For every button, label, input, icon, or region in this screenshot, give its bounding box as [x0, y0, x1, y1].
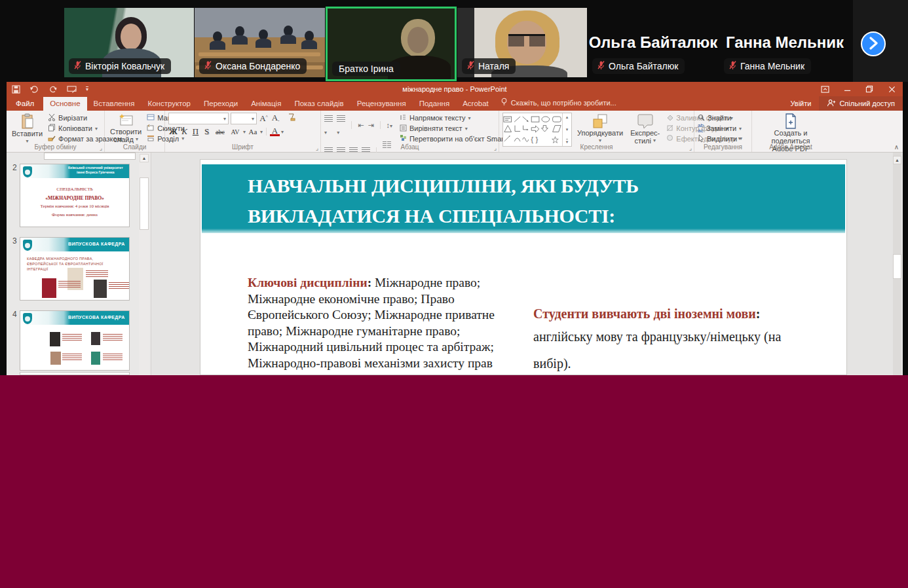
next-participants-button[interactable] — [861, 31, 886, 56]
select-button[interactable]: Виділити ▾ — [698, 134, 742, 144]
tab-review[interactable]: Рецензування — [350, 97, 413, 111]
minimize-icon[interactable] — [836, 82, 858, 96]
sign-in-button[interactable]: Увійти — [782, 100, 819, 107]
dialog-launcher-icon[interactable]: ⌟ — [494, 145, 497, 151]
character-spacing-button[interactable]: AV — [229, 128, 242, 136]
numbering-icon[interactable]: ▾ — [337, 113, 345, 137]
thumbnail-slide-3[interactable]: ВИПУСКОВА КАФЕДРА КАФЕДРА МІЖНАРОДНОГО П… — [20, 237, 130, 301]
participant-name: Ганна Мельник — [740, 61, 804, 71]
share-button[interactable]: Спільний доступ — [819, 96, 903, 111]
thumbnail-slide-4[interactable]: ВИПУСКОВА КАФЕДРА — [20, 310, 130, 371]
university-logo — [23, 313, 32, 324]
video-tile-oksana[interactable]: Оксана Бондаренко — [195, 8, 325, 77]
tab-transitions[interactable]: Переходи — [197, 97, 244, 111]
decrease-indent-icon[interactable]: ⇤ — [358, 121, 364, 130]
scrollbar-thumb[interactable] — [893, 254, 901, 279]
replace-icon: abac — [698, 123, 704, 134]
video-tile-hanna-no-video[interactable]: Ганна Мельник Ганна Мельник — [719, 8, 850, 77]
slide-title: НАВЧАЛЬНІ ДИСЦИПЛІНИ, ЯКІ БУДУТЬ ВИКЛАДА… — [248, 171, 639, 231]
undo-icon[interactable] — [29, 85, 39, 94]
bold-button[interactable]: Ж — [168, 126, 178, 137]
ribbon-display-options-icon[interactable] — [814, 82, 836, 96]
scroll-up-button[interactable]: ▲ — [140, 154, 149, 162]
dialog-launcher-icon[interactable]: ⌟ — [316, 145, 318, 151]
dropdown-arrow-icon: ▾ — [223, 116, 226, 122]
video-tile-natalia[interactable]: Наталя — [457, 8, 587, 77]
tab-design[interactable]: Конструктор — [141, 97, 197, 111]
shapes-gallery[interactable]: { } ▴ ▾ ▾ — [502, 113, 572, 147]
redo-icon[interactable] — [48, 85, 58, 94]
scroll-up-icon: ▴ — [566, 115, 569, 120]
video-tile-bratko-active-speaker[interactable]: Братко Ірина — [326, 7, 457, 81]
ribbon: Вставити ▾ Вирізати Копіювати ▾ — [7, 111, 903, 153]
close-icon[interactable] — [880, 82, 903, 96]
underline-button[interactable]: П — [191, 126, 200, 137]
slide-canvas[interactable]: НАВЧАЛЬНІ ДИСЦИПЛІНИ, ЯКІ БУДУТЬ ВИКЛАДА… — [200, 159, 847, 375]
strikethrough-button[interactable]: abc — [213, 128, 227, 136]
ribbon-spacer: ∧ — [829, 111, 903, 152]
restore-icon[interactable] — [858, 82, 880, 96]
portrait-photo — [91, 332, 100, 345]
grow-font-button[interactable]: A^ — [259, 113, 269, 124]
slide-scrollbar[interactable]: ▲ — [893, 153, 901, 375]
participant-name: Ольга Байталюк — [609, 61, 678, 71]
line-spacing-icon[interactable]: ↕▾ — [386, 121, 392, 129]
key-disciplines-heading: Ключові дисципліни — [248, 276, 368, 289]
scroll-up-button[interactable]: ▲ — [893, 156, 901, 164]
change-case-button[interactable]: Aa — [247, 128, 259, 136]
caption-text-lines — [86, 270, 108, 278]
clipboard-icon — [21, 113, 34, 130]
collapse-ribbon-icon[interactable]: ∧ — [894, 143, 899, 151]
cursor-icon — [698, 134, 704, 143]
tab-slideshow[interactable]: Показ слайдів — [288, 97, 350, 111]
thumbnail-scrollbar[interactable]: ▲ — [139, 153, 149, 375]
shrink-font-button[interactable]: Aˇ — [271, 113, 280, 124]
group-paragraph: ▾ ▾ ⇤ ⇥ ↕▾ ▾ — [321, 111, 499, 152]
quick-styles-button[interactable]: Експрес- стилі▾ — [628, 113, 662, 143]
font-size-combobox[interactable]: ▾ — [231, 113, 257, 124]
italic-button[interactable]: К — [180, 126, 189, 137]
gallery-scroll[interactable]: ▴ ▾ ▾ — [562, 113, 571, 146]
tab-view[interactable]: Подання — [413, 97, 456, 111]
slide-thumbnail-panel: 2 Київський столичний університетімені Б… — [7, 153, 151, 375]
font-name-combobox[interactable]: ▾ — [168, 113, 229, 124]
text-shadow-button[interactable]: S — [202, 126, 212, 137]
scrollbar-thumb[interactable] — [140, 177, 149, 230]
increase-indent-icon[interactable]: ⇥ — [368, 121, 373, 130]
dropdown-arrow-icon: ▾ — [465, 126, 468, 132]
paste-button[interactable]: Вставити ▾ — [10, 113, 45, 143]
caption-text-lines — [62, 334, 82, 342]
font-color-button[interactable]: A — [270, 127, 280, 136]
dropdown-arrow-icon: ▾ — [468, 115, 471, 121]
arrange-button[interactable]: Упорядкувати ▾ — [575, 113, 625, 143]
portrait-photo — [50, 332, 60, 346]
dropdown-arrow-icon: ▾ — [324, 130, 327, 136]
thumbnail-slide-1-partial[interactable] — [44, 153, 136, 160]
slide-left-text-block[interactable]: Ключові дисципліни: Міжнародне право; Мі… — [248, 275, 508, 375]
video-tile-olha-no-video[interactable]: Ольга Байталюк Ольга Байталюк — [588, 8, 719, 77]
thumbnail-slide-2[interactable]: Київський столичний університетімені Бор… — [20, 164, 130, 227]
dialog-launcher-icon[interactable]: ⌟ — [689, 145, 692, 151]
tab-insert[interactable]: Вставлення — [87, 97, 142, 111]
start-slideshow-icon[interactable] — [67, 85, 77, 94]
tab-animations[interactable]: Анімація — [244, 97, 288, 111]
new-slide-button[interactable]: Створити слайд▾ — [108, 113, 143, 143]
shapes-icons: { } — [503, 113, 562, 145]
slide-right-text-block[interactable]: Студенти вивчають дві іноземні мови: анг… — [533, 305, 841, 375]
dialog-launcher-icon[interactable]: ⌟ — [100, 145, 102, 151]
replace-button[interactable]: abac Замінити ▾ — [698, 124, 742, 134]
caption-text-lines — [103, 354, 123, 361]
find-button[interactable]: Знайти — [698, 113, 742, 123]
scroll-down-icon: ▾ — [566, 127, 569, 132]
bullets-icon[interactable]: ▾ — [324, 113, 333, 137]
tab-file[interactable]: Файл — [7, 97, 43, 111]
tab-acrobat[interactable]: Acrobat — [456, 97, 495, 111]
save-icon[interactable] — [12, 85, 20, 94]
video-tile-viktoriia[interactable]: Вікторія Ковальчук — [64, 8, 194, 77]
tab-home-active[interactable]: Основне — [43, 97, 86, 111]
clear-formatting-button[interactable] — [286, 113, 296, 124]
tell-me-box[interactable]: Скажіть, що потрібно зробити... — [495, 95, 622, 111]
slide-title-banner[interactable]: НАВЧАЛЬНІ ДИСЦИПЛІНИ, ЯКІ БУДУТЬ ВИКЛАДА… — [202, 164, 845, 233]
customize-qat-icon[interactable]: ▾ — [86, 86, 88, 92]
create-pdf-button[interactable]: Создать и поделиться Adobe PDF — [755, 113, 826, 143]
